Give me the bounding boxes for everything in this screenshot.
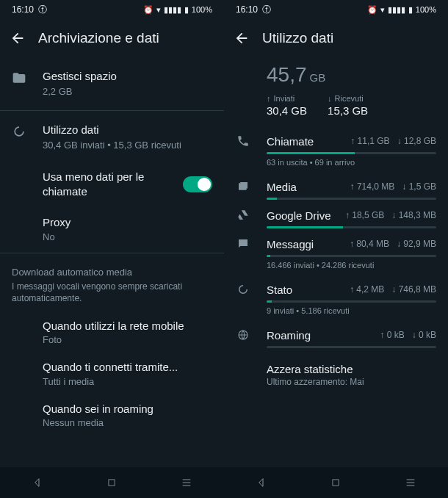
- less-data-calls-row[interactable]: Usa meno dati per le chiamate: [0, 161, 224, 209]
- alarm-icon: ⏰: [143, 5, 153, 15]
- recv-value: 15,3 GB: [328, 104, 368, 117]
- data-usage-summary: 30,4 GB inviati • 15,3 GB ricevuti: [43, 139, 212, 152]
- nav-back-button[interactable]: [253, 474, 270, 491]
- wifi-label: Quando ti connetti tramite...: [43, 360, 212, 375]
- less-data-calls-label: Usa meno dati per le chiamate: [43, 170, 176, 200]
- folder-icon: [12, 71, 26, 85]
- calls-row[interactable]: Chiamate ↑ 11,1 GB↓ 12,8 GB: [224, 127, 448, 149]
- messages-bar: [267, 255, 270, 257]
- roaming-usage-label: Roaming: [267, 329, 366, 342]
- media-bar: [267, 198, 277, 200]
- reset-stats-row[interactable]: Azzera statistiche Ultimo azzeramento: M…: [224, 350, 448, 393]
- reset-label: Azzera statistiche: [267, 363, 436, 375]
- status-label: Stato: [267, 284, 336, 296]
- page-title: Archiviazione e dati: [38, 30, 159, 46]
- signal-icon: ▮▮▮▮: [164, 5, 181, 15]
- battery-icon: ▮: [184, 5, 189, 15]
- media-up: 714,0 MB: [357, 181, 394, 192]
- status-row[interactable]: Stato ↑ 4,2 MB↓ 746,8 MB: [224, 275, 448, 297]
- status-up: 4,2 MB: [356, 284, 384, 295]
- nav-back-button[interactable]: [29, 474, 46, 491]
- mobile-data-label: Quando utilizzi la rete mobile: [43, 319, 212, 333]
- manage-storage-label: Gestisci spazio: [43, 69, 212, 84]
- phone-icon: [236, 134, 250, 148]
- status-caption: 9 inviati • 5.186 ricevuti: [224, 304, 448, 321]
- calls-bar: [267, 152, 355, 154]
- less-data-calls-toggle[interactable]: [183, 176, 212, 192]
- status-icon: [236, 283, 250, 296]
- battery-pct: 100%: [192, 5, 212, 14]
- roaming-value: Nessun media: [43, 417, 212, 428]
- divider: [0, 253, 224, 253]
- roaming-usage-row[interactable]: Roaming ↑ 0 kB↓ 0 kB: [224, 321, 448, 343]
- nav-bar: [0, 467, 224, 498]
- gdrive-down: 148,3 MB: [399, 210, 436, 220]
- back-button[interactable]: [9, 29, 26, 47]
- message-icon: [236, 237, 250, 250]
- messages-row[interactable]: Messaggi ↑ 80,4 MB↓ 92,9 MB: [224, 230, 448, 252]
- app-bar: Archiviazione e dati: [0, 19, 224, 57]
- wifi-row[interactable]: Quando ti connetti tramite... Tutti i me…: [0, 353, 224, 394]
- globe-icon: [236, 328, 250, 342]
- reset-value: Ultimo azzeramento: Mai: [267, 377, 436, 387]
- signal-icon: ▮▮▮▮: [388, 5, 405, 15]
- calls-up: 11,1 GB: [358, 136, 390, 146]
- messages-label: Messaggi: [267, 238, 336, 250]
- divider: [0, 110, 224, 111]
- battery-pct: 100%: [416, 5, 436, 14]
- data-usage-row[interactable]: Utilizzo dati 30,4 GB inviati • 15,3 GB …: [0, 114, 224, 161]
- messages-up: 80,4 MB: [356, 239, 389, 249]
- app-bar: Utilizzo dati: [224, 19, 448, 57]
- svg-rect-0: [109, 480, 115, 486]
- proxy-label: Proxy: [43, 215, 212, 230]
- wifi-value: Tutti i media: [43, 376, 212, 387]
- sent-recv-summary: ↑Inviati 30,4 GB ↓Ricevuti 15,3 GB: [224, 94, 448, 127]
- nav-recent-button[interactable]: [402, 474, 419, 491]
- down-arrow-icon: ↓: [328, 94, 332, 103]
- proxy-value: No: [43, 231, 212, 242]
- gdrive-up: 18,5 GB: [352, 210, 384, 220]
- drive-icon: [236, 209, 250, 222]
- status-time: 16:10: [236, 4, 258, 15]
- total-unit: GB: [310, 71, 326, 84]
- calls-caption: 63 in uscita • 69 in arrivo: [224, 156, 448, 173]
- wifi-icon: ▾: [156, 5, 161, 15]
- data-usage-label: Utilizzo dati: [43, 123, 212, 137]
- media-row[interactable]: Media ↑ 714,0 MB↓ 1,5 GB: [224, 173, 448, 195]
- screen-network-usage: 16:10 ⓕ ⏰ ▾ ▮▮▮▮ ▮ 100% Utilizzo dati 45…: [224, 0, 448, 498]
- svg-rect-3: [333, 480, 339, 486]
- media-down: 1,5 GB: [409, 181, 436, 192]
- status-down: 746,8 MB: [399, 284, 436, 295]
- recv-label: Ricevuti: [335, 94, 364, 103]
- facebook-icon: ⓕ: [38, 4, 47, 16]
- gdrive-label: Google Drive: [267, 209, 332, 222]
- manage-storage-value: 2,2 GB: [43, 85, 212, 98]
- data-usage-icon: [12, 124, 26, 139]
- alarm-icon: ⏰: [367, 5, 377, 15]
- nav-home-button[interactable]: [328, 474, 344, 491]
- mobile-data-row[interactable]: Quando utilizzi la rete mobile Foto: [0, 311, 224, 353]
- gdrive-row[interactable]: Google Drive ↑ 18,5 GB↓ 148,3 MB: [224, 201, 448, 223]
- facebook-icon: ⓕ: [262, 4, 271, 16]
- messages-caption: 16.466 inviati • 24.286 ricevuti: [224, 259, 448, 275]
- calls-label: Chiamate: [267, 135, 337, 148]
- back-button[interactable]: [233, 29, 250, 47]
- manage-storage-row[interactable]: Gestisci spazio 2,2 GB: [0, 60, 224, 107]
- mobile-data-value: Foto: [43, 334, 212, 345]
- gdrive-bar: [267, 226, 343, 228]
- status-time: 16:10: [12, 4, 34, 15]
- roaming-down: 0 kB: [419, 330, 436, 340]
- status-bar-fill: [267, 300, 272, 303]
- total-usage: 45,7GB: [224, 60, 448, 94]
- roaming-up: 0 kB: [387, 330, 405, 340]
- proxy-row[interactable]: Proxy No: [0, 208, 224, 250]
- auto-download-header: Download automatico media: [0, 256, 224, 279]
- media-icon: [236, 180, 250, 193]
- status-bar: 16:10 ⓕ ⏰ ▾ ▮▮▮▮ ▮ 100%: [224, 0, 448, 19]
- total-value: 45,7: [267, 63, 307, 86]
- nav-home-button[interactable]: [104, 474, 120, 491]
- sent-label: Inviati: [274, 94, 295, 103]
- sent-value: 30,4 GB: [267, 104, 307, 117]
- nav-recent-button[interactable]: [178, 474, 195, 491]
- roaming-row[interactable]: Quando sei in roaming Nessun media: [0, 394, 224, 436]
